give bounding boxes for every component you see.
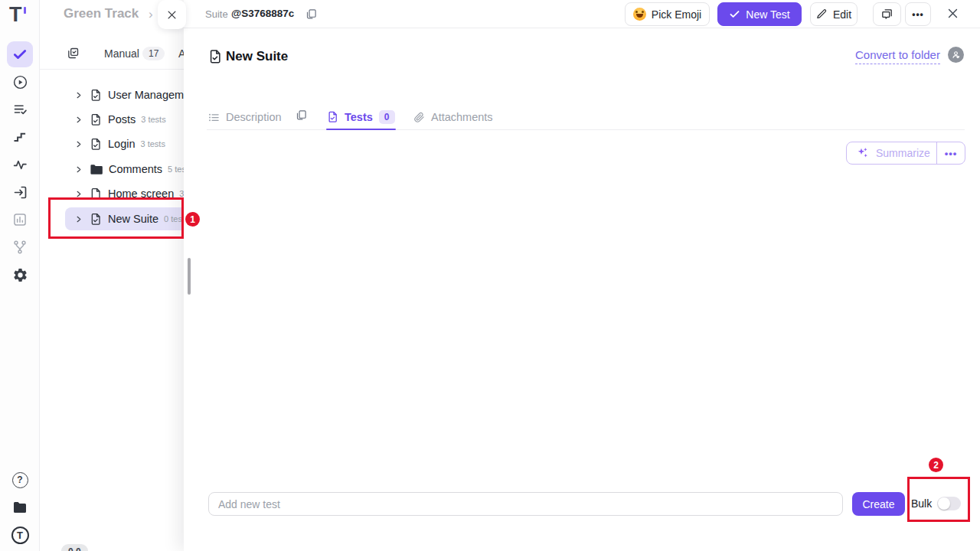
tab-automated[interactable]: Automated	[178, 47, 184, 60]
chevron-right-icon[interactable]	[74, 215, 83, 223]
tree-row-label: Posts	[108, 113, 136, 126]
tab-attachments[interactable]: Attachments	[413, 106, 493, 128]
pick-emoji-label: Pick Emoji	[652, 8, 701, 21]
breadcrumb-chevron-icon: ›	[149, 7, 153, 22]
bulk-toggle[interactable]	[937, 497, 961, 510]
tree-row-label: Home screen	[108, 187, 174, 200]
close-icon	[166, 9, 178, 21]
tree-row-label: User Management	[108, 89, 184, 101]
tree-row-posts[interactable]: Posts 3 tests	[40, 107, 184, 132]
tree-row-home-screen[interactable]: Home screen 3 tests	[40, 181, 184, 206]
paperclip-icon	[413, 112, 425, 123]
pencil-icon	[816, 8, 828, 20]
logo-letter: T	[11, 527, 29, 544]
runs-play-icon[interactable]	[6, 68, 34, 96]
tab-description[interactable]: Description	[208, 106, 282, 128]
add-test-input[interactable]	[208, 492, 843, 516]
help-icon[interactable]: ?	[6, 466, 34, 494]
question-mark-glyph: ?	[12, 472, 28, 488]
suite-doc-check-icon	[90, 213, 102, 226]
list-icon	[208, 112, 220, 123]
chevron-right-icon[interactable]	[74, 190, 83, 198]
tree-row-count: 5 tests	[168, 165, 184, 174]
suite-header: Suite @S3768887c Pick Emoji New Test Edi…	[184, 0, 980, 28]
profile-logo-icon[interactable]: T	[6, 521, 34, 549]
tests-count-badge: 0	[379, 110, 395, 124]
suite-doc-check-icon	[90, 138, 102, 151]
emoji-icon	[633, 8, 646, 21]
suite-title: New Suite	[226, 49, 288, 64]
chevron-right-icon[interactable]	[74, 91, 83, 99]
tree-row-count: 3 tests	[141, 115, 165, 124]
suite-doc-check-icon	[208, 49, 222, 64]
tree-row-comments[interactable]: Comments 5 tests	[40, 157, 184, 181]
tab-manual[interactable]: Manual	[104, 47, 139, 60]
steps-icon[interactable]	[6, 123, 34, 151]
icon-rail: T ? T	[0, 0, 40, 551]
project-name[interactable]: Green Track	[64, 6, 139, 21]
edit-label: Edit	[833, 8, 851, 21]
tab-description-label: Description	[226, 111, 282, 123]
ellipsis-icon: •••	[912, 9, 924, 20]
more-actions-button[interactable]: •••	[905, 2, 931, 26]
manual-count-badge: 17	[142, 47, 165, 60]
annotation-badge-step2: 2	[929, 458, 943, 472]
pick-emoji-button[interactable]: Pick Emoji	[625, 2, 710, 26]
bulk-label: Bulk	[911, 497, 932, 510]
comments-button[interactable]	[873, 2, 901, 26]
tree-row-new-suite[interactable]: New Suite 0 tests	[40, 207, 184, 231]
edit-button[interactable]: Edit	[810, 2, 858, 26]
tests-check-icon[interactable]	[7, 41, 33, 67]
create-button[interactable]: Create	[852, 492, 905, 516]
branches-icon[interactable]	[6, 233, 34, 261]
tree-row-user-management[interactable]: User Management	[40, 83, 184, 107]
copy-suite-id-icon[interactable]	[305, 8, 317, 20]
batch-select-icon[interactable]	[67, 47, 80, 60]
test-plans-icon[interactable]	[6, 96, 34, 123]
app-logo[interactable]: T	[9, 3, 21, 27]
suite-tabs: Description Tests 0 Attachments	[207, 106, 965, 130]
analytics-icon[interactable]	[6, 206, 34, 233]
tree-scrollbar-thumb[interactable]	[188, 258, 191, 295]
tree-row-label: Login	[108, 138, 135, 150]
assignee-avatar-icon[interactable]	[948, 47, 964, 63]
tree-row-label: Comments	[109, 163, 162, 175]
import-icon[interactable]	[6, 178, 34, 206]
chevron-right-icon[interactable]	[74, 116, 83, 124]
summarize-split-button: Summarize •••	[846, 142, 965, 165]
annotation-badge-step1: 1	[185, 212, 200, 227]
chat-icon	[880, 8, 893, 21]
check-icon	[729, 8, 740, 20]
copy-description-icon[interactable]	[296, 109, 307, 121]
new-test-button[interactable]: New Test	[717, 2, 802, 26]
tree-row-count: 0 tests	[164, 214, 184, 223]
summarize-button[interactable]: Summarize	[847, 142, 936, 164]
summarize-label: Summarize	[876, 147, 930, 159]
tree-row-login[interactable]: Login 3 tests	[40, 132, 184, 156]
chevron-right-icon[interactable]	[74, 140, 83, 148]
tab-tests-label: Tests	[345, 111, 373, 123]
version-badge: 0.0	[61, 544, 88, 551]
suites-tree-panel: Green Track › Manual 17 Automated User M…	[40, 0, 184, 551]
toggle-knob	[938, 497, 950, 510]
summarize-more-button[interactable]: •••	[936, 142, 965, 164]
tree-row-count: 3 tests	[140, 139, 165, 148]
sparkles-icon	[857, 147, 869, 159]
new-test-label: New Test	[746, 8, 789, 21]
projects-folder-icon[interactable]	[6, 494, 34, 521]
convert-to-folder-link[interactable]: Convert to folder	[855, 48, 940, 64]
folder-icon	[90, 164, 103, 175]
pulse-icon[interactable]	[6, 151, 34, 178]
suite-doc-check-icon	[90, 89, 102, 102]
suite-detail-panel: Suite @S3768887c Pick Emoji New Test Edi…	[184, 0, 980, 551]
close-suite-button[interactable]	[946, 7, 959, 20]
suite-type-label: Suite	[205, 8, 228, 20]
divider	[40, 69, 184, 70]
panel-close-button[interactable]	[158, 0, 186, 29]
chevron-right-icon[interactable]	[74, 165, 83, 174]
tab-tests[interactable]: Tests 0	[327, 106, 395, 128]
tree-row-label: New Suite	[108, 213, 158, 225]
settings-gear-icon[interactable]	[6, 261, 34, 289]
doc-check-icon	[327, 111, 338, 123]
doc-icon	[90, 187, 102, 201]
